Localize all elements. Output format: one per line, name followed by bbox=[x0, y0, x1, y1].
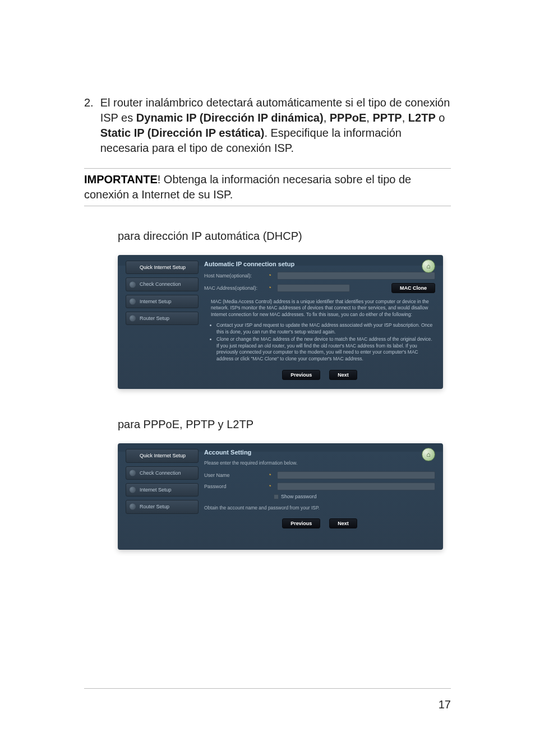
note-label: IMPORTANTE bbox=[84, 173, 158, 185]
username-input[interactable] bbox=[277, 471, 435, 479]
important-note: IMPORTANTE! Obtenga la información neces… bbox=[84, 168, 451, 206]
sidebar-item-check[interactable]: Check Connection bbox=[126, 466, 199, 480]
bold-dynamic-ip: Dynamic IP (Dirección IP dinámica) bbox=[136, 112, 324, 124]
sidebar-item-internet[interactable]: Internet Setup bbox=[126, 483, 199, 497]
screenshot-panel-pppoe: ⌂ Quick Internet Setup Check Connection … bbox=[118, 443, 443, 550]
previous-button[interactable]: Previous bbox=[282, 370, 320, 380]
mac-address-input[interactable] bbox=[277, 284, 350, 292]
sidebar-item-check[interactable]: Check Connection bbox=[126, 277, 199, 291]
bold-l2tp: L2TP bbox=[408, 112, 436, 124]
bold-pptp: PPTP bbox=[372, 112, 402, 124]
sidebar-item-router[interactable]: Router Setup bbox=[126, 312, 199, 325]
mac-clone-button[interactable]: MAC Clone bbox=[391, 283, 435, 293]
home-icon[interactable]: ⌂ bbox=[422, 259, 435, 273]
asterisk-icon: * bbox=[269, 472, 274, 478]
sidebar-item-qis[interactable]: Quick Internet Setup bbox=[126, 449, 199, 462]
wizard-sidebar: Quick Internet Setup Check Connection In… bbox=[126, 261, 199, 380]
previous-button[interactable]: Previous bbox=[282, 518, 320, 528]
show-password-checkbox[interactable] bbox=[274, 494, 279, 499]
list-number: 2. bbox=[84, 95, 94, 156]
form-prompt: Please enter the required information be… bbox=[204, 460, 435, 466]
mac-address-label: MAC Address(optional): bbox=[204, 285, 266, 291]
password-input[interactable] bbox=[277, 483, 435, 490]
info-bullet-1: Contact your ISP and request to update t… bbox=[216, 322, 435, 335]
heading-dhcp: para dirección IP automática (DHCP) bbox=[118, 229, 451, 244]
wizard-sidebar: Quick Internet Setup Check Connection In… bbox=[126, 449, 199, 528]
asterisk-icon: * bbox=[269, 273, 274, 279]
page-number: 17 bbox=[439, 698, 451, 711]
helper-text: Obtain the account name and password fro… bbox=[204, 505, 435, 511]
password-label: Password bbox=[204, 484, 266, 489]
footer-divider bbox=[84, 688, 451, 689]
main-paragraph: 2. El router inalámbrico detectará autom… bbox=[84, 95, 451, 156]
host-name-label: Host Name(optional): bbox=[204, 273, 266, 279]
panel-title: Account Setting bbox=[204, 449, 435, 456]
sidebar-item-router[interactable]: Router Setup bbox=[126, 500, 199, 513]
next-button[interactable]: Next bbox=[329, 370, 357, 380]
host-name-input[interactable] bbox=[277, 272, 435, 280]
show-password-label: Show password bbox=[281, 494, 317, 499]
username-label: User Name bbox=[204, 472, 266, 478]
sidebar-item-qis[interactable]: Quick Internet Setup bbox=[126, 261, 199, 274]
info-bullet-2: Clone or change the MAC address of the n… bbox=[216, 336, 435, 362]
asterisk-icon: * bbox=[269, 484, 274, 489]
panel-title: Automatic IP connection setup bbox=[204, 261, 435, 267]
screenshot-panel-dhcp: ⌂ Quick Internet Setup Check Connection … bbox=[118, 255, 443, 389]
sidebar-item-internet[interactable]: Internet Setup bbox=[126, 295, 199, 308]
bold-static-ip: Static IP (Dirección IP estática) bbox=[100, 127, 265, 139]
heading-pppoe: para PPPoE, PPTP y L2TP bbox=[118, 417, 451, 432]
bold-pppoe: PPPoE bbox=[330, 112, 367, 124]
asterisk-icon: * bbox=[269, 285, 274, 291]
mac-info-text: MAC (Media Access Control) address is a … bbox=[204, 299, 435, 362]
next-button[interactable]: Next bbox=[329, 518, 357, 528]
